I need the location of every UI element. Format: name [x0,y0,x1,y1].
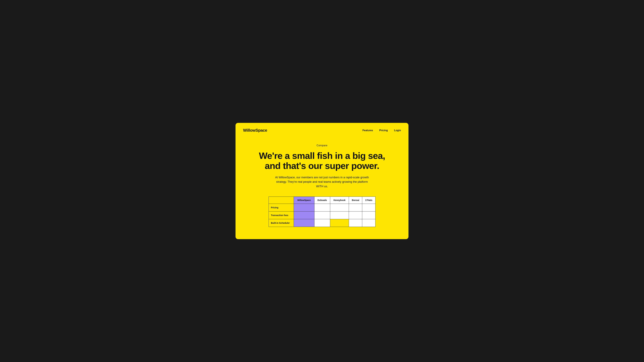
transaction-willowspace [294,211,314,219]
table-row: Pricing [269,204,376,211]
feature-scheduler: Built-in Scheduler [269,219,294,227]
hero-title-line1: We're a small fish in a big sea, [259,150,385,161]
hero-title: We're a small fish in a big sea, and tha… [243,151,401,171]
column-header-17hats: 17Hats [362,197,376,204]
column-header-honeybook: Honeybook [330,197,349,204]
comparison-table: WillowSpace Dubsado Honeybook Bonsai 17H… [268,197,376,227]
feature-pricing: Pricing [269,204,294,211]
transaction-dubsado [314,211,330,219]
nav-pricing[interactable]: Pricing [379,129,388,132]
scheduler-dubsado [314,219,330,227]
nav-login[interactable]: Login [394,129,401,132]
scheduler-willowspace [294,219,314,227]
table-row: Built-in Scheduler [269,219,376,227]
transaction-bonsai [349,211,362,219]
pricing-bonsai [349,204,362,211]
transaction-17hats [362,211,376,219]
navigation: Features Pricing Login [362,129,401,132]
page-container: WillowSpace Features Pricing Login Compa… [236,123,408,239]
table-row: Transaction fees [269,211,376,219]
pricing-honeybook [330,204,349,211]
feature-transaction-fees: Transaction fees [269,211,294,219]
pricing-willowspace [294,204,314,211]
transaction-honeybook [330,211,349,219]
pricing-dubsado [314,204,330,211]
scheduler-17hats [362,219,376,227]
empty-header [269,197,294,204]
hero-subtitle: At WillowSpace, our members are not just… [273,175,371,189]
column-header-dubsado: Dubsado [314,197,330,204]
logo[interactable]: WillowSpace [243,128,267,133]
hero-title-line2: and that's our super power. [265,161,379,171]
section-label: Compare [243,144,401,147]
nav-features[interactable]: Features [362,129,373,132]
scheduler-honeybook [330,219,349,227]
table-wrapper: WillowSpace Dubsado Honeybook Bonsai 17H… [236,197,408,227]
column-header-bonsai: Bonsai [349,197,362,204]
pricing-17hats [362,204,376,211]
scheduler-bonsai [349,219,362,227]
hero-section: Compare We're a small fish in a big sea,… [236,138,408,197]
column-header-willowspace: WillowSpace [294,197,314,204]
header: WillowSpace Features Pricing Login [236,123,408,138]
